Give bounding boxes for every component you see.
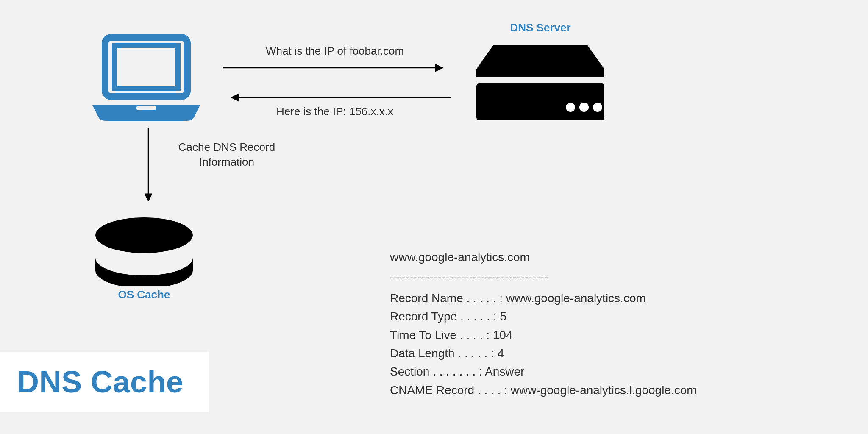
svg-point-10 [95, 217, 193, 253]
cache-text: Cache DNS Record Information [157, 140, 297, 170]
laptop-icon [89, 34, 203, 121]
svg-rect-2 [136, 106, 156, 110]
record-host: www.google-analytics.com [390, 248, 697, 266]
record-name-value: www.google-analytics.com [506, 292, 646, 305]
record-section-value: Answer [485, 365, 524, 378]
disk-icon [91, 216, 197, 288]
svg-point-6 [593, 103, 602, 112]
record-cname-label: CNAME Record . . . . : [390, 384, 507, 397]
response-arrow-icon [223, 91, 451, 104]
record-type-label: Record Type . . . . . : [390, 310, 497, 323]
response-text: Here is the IP: 156.x.x.x [223, 105, 447, 118]
request-text: What is the IP of foobar.com [223, 45, 447, 58]
dns-server-label: DNS Server [470, 21, 610, 34]
os-cache-label: OS Cache [91, 288, 197, 301]
svg-rect-1 [114, 46, 178, 88]
svg-point-5 [579, 103, 589, 112]
record-cname-value: www-google-analytics.l.google.com [511, 384, 697, 397]
cache-arrow-icon [142, 127, 155, 210]
dns-record-detail: www.google-analytics.com ---------------… [390, 248, 697, 399]
diagram-title: DNS Cache [17, 365, 184, 399]
record-ttl-value: 104 [493, 328, 513, 342]
record-ttl-label: Time To Live . . . . : [390, 328, 490, 342]
svg-rect-3 [476, 83, 604, 120]
record-length-label: Data Length . . . . . : [390, 347, 494, 360]
record-type-value: 5 [500, 310, 506, 323]
cache-text-line2: Information [199, 156, 254, 168]
record-separator: ---------------------------------------- [390, 268, 697, 286]
record-length-value: 4 [498, 347, 504, 360]
request-arrow-icon [223, 61, 451, 74]
svg-point-4 [566, 103, 575, 112]
record-name-label: Record Name . . . . . : [390, 292, 503, 305]
record-section-label: Section . . . . . . . : [390, 365, 482, 378]
server-icon [470, 40, 610, 127]
cache-text-line1: Cache DNS Record [178, 141, 275, 153]
diagram-title-box: DNS Cache [0, 352, 209, 412]
